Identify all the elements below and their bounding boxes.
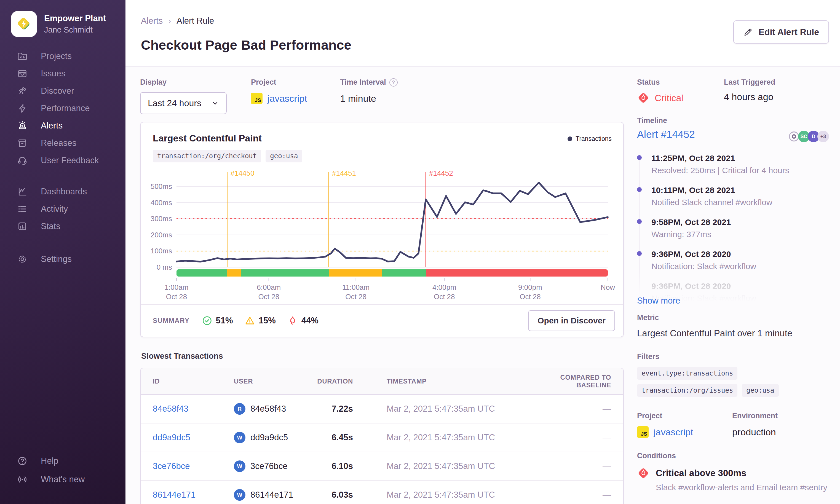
sidebar-item-projects[interactable]: Projects xyxy=(0,48,125,65)
time-interval-value: 1 minute xyxy=(340,93,398,104)
baseline-cell: — xyxy=(533,490,611,500)
project-link[interactable]: JS javascript xyxy=(637,426,732,438)
org-switcher[interactable]: Empower Plant Jane Schmidt xyxy=(0,0,125,37)
filter-tag: transaction:/org/issues xyxy=(637,384,737,397)
chart-filter-tags: transaction:/org/checkout geo:usa xyxy=(153,150,302,162)
sidebar-item-settings[interactable]: Settings xyxy=(0,250,125,268)
transaction-id-link[interactable]: 3ce76bce xyxy=(153,461,234,471)
svg-text:300ms: 300ms xyxy=(150,215,172,223)
project-label: Project xyxy=(251,78,307,87)
sidebar-item-issues[interactable]: Issues xyxy=(0,65,125,82)
time-interval-control: Time Interval ? 1 minute xyxy=(340,78,398,104)
filter-tag: event.type:transactions xyxy=(637,367,737,380)
svg-text:#14450: #14450 xyxy=(231,169,254,177)
pencil-icon xyxy=(743,27,753,37)
timeline-entry: 11:25PM, Oct 28 2021 Resolved: 250ms | C… xyxy=(651,154,829,175)
timeline-entries: 11:25PM, Oct 28 2021 Resolved: 250ms | C… xyxy=(637,154,829,303)
col-header-baseline: COMPARED TO BASELINE xyxy=(533,374,611,389)
slowest-transactions-table: ID USER DURATION TIMESTAMP COMPARED TO B… xyxy=(140,368,624,504)
svg-text:Now: Now xyxy=(601,283,615,291)
performance-icon xyxy=(17,103,28,114)
svg-text:Oct 28: Oct 28 xyxy=(166,292,187,301)
left-column: Display Last 24 hours Project JS xyxy=(140,78,624,504)
condition-subtitle: Slack #workflow-alerts and Email team #s… xyxy=(656,483,829,492)
status-block: Status Critical xyxy=(637,78,724,104)
edit-alert-rule-label: Edit Alert Rule xyxy=(758,27,819,37)
filter-tag: transaction:/org/checkout xyxy=(153,150,261,162)
avatar: W xyxy=(234,489,246,501)
user-name-cell: 84e58f43 xyxy=(250,404,286,414)
alert-number-link[interactable]: Alert #14452 xyxy=(637,129,695,140)
alerts-icon xyxy=(17,120,28,131)
sidebar-item-label: Issues xyxy=(41,69,66,78)
releases-icon xyxy=(17,137,28,149)
sidebar-item-help[interactable]: Help xyxy=(0,452,125,470)
sidebar-nav: Projects Issues Discover xyxy=(0,48,125,268)
user-name-cell: dd9a9dc5 xyxy=(250,433,288,443)
help-icon xyxy=(17,455,28,467)
svg-text:Oct 28: Oct 28 xyxy=(345,292,367,301)
project-name-link[interactable]: javascript xyxy=(654,427,693,437)
metric-label: Metric xyxy=(637,313,829,322)
time-interval-label: Time Interval xyxy=(340,78,386,87)
project-name-link[interactable]: javascript xyxy=(268,93,307,104)
sidebar-item-user-feedback[interactable]: User Feedback xyxy=(0,151,125,169)
content: Display Last 24 hours Project JS xyxy=(125,67,840,504)
table-row[interactable]: 84e58f43 R84e58f43 7.22s Mar 2, 2021 5:4… xyxy=(141,395,623,424)
dashboards-icon xyxy=(17,186,28,197)
javascript-platform-icon: JS xyxy=(637,426,649,438)
table-row[interactable]: dd9a9dc5 Wdd9a9dc5 6.45s Mar 2, 2021 5:4… xyxy=(141,424,623,452)
question-circle-icon[interactable]: ? xyxy=(389,78,398,87)
sidebar-item-performance[interactable]: Performance xyxy=(0,100,125,117)
col-header-timestamp: TIMESTAMP xyxy=(353,377,533,385)
transaction-id-link[interactable]: 84e58f43 xyxy=(153,404,234,414)
table-row[interactable]: 3ce76bce W3ce76bce 6.10s Mar 2, 2021 5:4… xyxy=(141,452,623,481)
chart-legend: Transactions xyxy=(568,135,612,143)
activity-icon xyxy=(17,203,28,215)
sidebar-item-stats[interactable]: Stats xyxy=(0,218,125,235)
broadcast-icon xyxy=(17,474,28,485)
filter-tag: geo:usa xyxy=(742,384,779,397)
svg-text:11:00am: 11:00am xyxy=(342,283,370,291)
svg-text:9:00pm: 9:00pm xyxy=(518,283,542,291)
watchers: SC D +3 xyxy=(788,130,829,143)
display-select[interactable]: Last 24 hours xyxy=(140,92,227,114)
sidebar: Empower Plant Jane Schmidt Projects Issu… xyxy=(0,0,125,504)
transaction-id-link[interactable]: 86144e171 xyxy=(153,490,234,500)
sidebar-item-label: Activity xyxy=(41,204,68,214)
sidebar-item-discover[interactable]: Discover xyxy=(0,82,125,100)
edit-alert-rule-button[interactable]: Edit Alert Rule xyxy=(733,20,829,43)
timeline-entry: 9:36PM, Oct 28 2020 Notification: Slack … xyxy=(651,250,829,271)
user-name-cell: 86144e171 xyxy=(250,490,293,500)
transaction-id-link[interactable]: dd9a9dc5 xyxy=(153,433,234,443)
critical-diamond-flame-icon xyxy=(637,92,650,104)
sidebar-item-whats-new[interactable]: What's new xyxy=(0,470,125,489)
chart-summary-row: SUMMARY 51% 15% xyxy=(141,304,623,337)
timeline-label: Timeline xyxy=(637,116,829,125)
sidebar-item-releases[interactable]: Releases xyxy=(0,134,125,151)
breadcrumb: Alerts › Alert Rule xyxy=(141,16,829,26)
open-in-discover-button[interactable]: Open in Discover xyxy=(528,310,615,331)
svg-text:#14452: #14452 xyxy=(429,169,453,177)
sidebar-item-dashboards[interactable]: Dashboards xyxy=(0,183,125,200)
slowest-transactions-heading: Slowest Transactions xyxy=(141,352,624,361)
timeline-entry-time: 9:36PM, Oct 28 2020 xyxy=(651,250,829,259)
table-row[interactable]: 86144e171 W86144e171 6.03s Mar 2, 2021 5… xyxy=(141,481,623,504)
timeline-dot-icon xyxy=(637,155,642,160)
display-label: Display xyxy=(140,78,227,87)
sidebar-item-alerts[interactable]: Alerts xyxy=(0,117,125,134)
timeline-dot-icon xyxy=(637,219,642,224)
conditions-label: Conditions xyxy=(637,452,829,460)
projects-icon xyxy=(17,51,28,62)
project-environment-row: Project JS javascript Environment produc… xyxy=(637,412,829,438)
sidebar-item-label: Settings xyxy=(41,254,72,264)
avatar: R xyxy=(234,403,246,415)
sidebar-item-activity[interactable]: Activity xyxy=(0,200,125,218)
timeline-entry-detail: Notified Slack channel #workflow xyxy=(651,198,829,207)
project-link[interactable]: JS javascript xyxy=(251,93,307,104)
timeline-connector xyxy=(639,157,640,295)
show-more-link[interactable]: Show more xyxy=(637,296,680,306)
breadcrumb-alerts-link[interactable]: Alerts xyxy=(141,16,163,26)
svg-text:400ms: 400ms xyxy=(150,199,172,207)
duration-cell: 7.22s xyxy=(317,404,353,414)
